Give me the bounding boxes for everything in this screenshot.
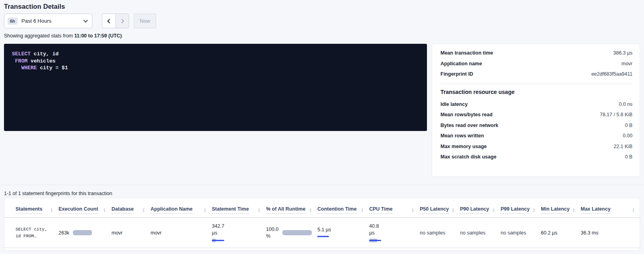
- summary-row-max-memory-usage: Max memory usage 22.1 KiB: [440, 141, 632, 152]
- resource-usage-title: Transaction resource usage: [440, 89, 632, 95]
- sort-icon[interactable]: ▲▼: [309, 208, 312, 213]
- col-header-p90-latency[interactable]: P90 Latency▲▼: [460, 198, 501, 218]
- cell-pct-all-runtime: 100.0 %: [266, 218, 317, 248]
- table-header-row: Statements▲▼ Execution Count▲▼ Database▲…: [4, 198, 640, 218]
- col-header-min-latency[interactable]: Min Latency▲▼: [541, 198, 581, 218]
- summary-label: Bytes read over network: [440, 123, 498, 128]
- statement-fingerprint-link[interactable]: SELECT city, id FROM…: [16, 226, 53, 240]
- cell-min-latency: 60.2 µs: [541, 218, 581, 248]
- summary-label: Mean rows written: [440, 133, 484, 139]
- cell-p99-latency: no samples: [501, 218, 541, 248]
- sort-icon[interactable]: ▲▼: [411, 208, 414, 213]
- col-header-database[interactable]: Database▲▼: [112, 198, 151, 218]
- sort-icon[interactable]: ▲▼: [492, 208, 495, 213]
- prev-time-button[interactable]: [102, 14, 115, 28]
- time-range-dropdown[interactable]: 6h Past 6 Hours: [4, 14, 92, 28]
- cell-database: movr: [112, 218, 151, 248]
- sort-icon[interactable]: ▲▼: [532, 208, 535, 213]
- cell-contention-time: 5.1 µs: [317, 218, 369, 248]
- execution-count-bar: [73, 230, 92, 235]
- sort-icon[interactable]: ▲▼: [103, 208, 106, 213]
- sql-code: SELECT city, id FROM vehicles WHERE city…: [12, 51, 419, 72]
- cell-max-latency: 36.3 ms: [581, 218, 640, 248]
- summary-divider: [440, 84, 632, 84]
- summary-row-mean-rows-written: Mean rows written 0.00: [440, 131, 632, 141]
- next-time-button[interactable]: [115, 14, 129, 28]
- summary-label: Fingerprint ID: [440, 71, 473, 77]
- summary-label: Application name: [440, 61, 482, 66]
- stats-note-range: 11:00 to 17:59 (UTC): [74, 33, 122, 39]
- stats-note-prefix: Showing aggregated stats from: [4, 33, 73, 39]
- summary-value: 0 B: [625, 123, 632, 128]
- summary-value: 22.1 KiB: [614, 144, 632, 149]
- col-header-p99-latency[interactable]: P99 Latency▲▼: [501, 198, 541, 218]
- sort-icon[interactable]: ▲▼: [572, 208, 575, 213]
- chevron-right-icon: [119, 19, 124, 23]
- summary-value: 0 B: [625, 154, 632, 160]
- chevron-down-icon: [83, 18, 88, 22]
- statements-table: Statements▲▼ Execution Count▲▼ Database▲…: [4, 198, 640, 248]
- cell-statement: SELECT city, id FROM…: [4, 218, 59, 248]
- statement-time-bar: [212, 238, 225, 242]
- summary-value: movr: [621, 61, 632, 66]
- summary-value: 386.3 µs: [613, 50, 632, 56]
- col-header-p50-latency[interactable]: P50 Latency▲▼: [420, 198, 460, 218]
- sort-icon[interactable]: ▲▼: [142, 208, 145, 213]
- sql-keyword: WHERE: [21, 65, 37, 71]
- time-range-label: Past 6 Hours: [22, 18, 84, 24]
- sql-keyword: FROM: [15, 58, 27, 64]
- summary-label: Max memory usage: [440, 144, 487, 149]
- sort-icon[interactable]: ▲▼: [50, 208, 53, 213]
- summary-row-fingerprint-id: Fingerprint ID ee2df683f5aa9411: [440, 69, 632, 80]
- summary-label: Mean rows/bytes read: [440, 112, 493, 117]
- main-content-row: SELECT city, id FROM vehicles WHERE city…: [4, 44, 640, 177]
- col-header-pct-all-runtime[interactable]: % of All Runtime▲▼: [266, 198, 317, 218]
- sort-icon[interactable]: ▲▼: [258, 208, 260, 213]
- sql-keyword: SELECT: [12, 51, 31, 57]
- summary-value: 0.00: [623, 133, 632, 139]
- summary-row-mean-rows-bytes-read: Mean rows/bytes read 78.17 / 5.8 KiB: [440, 109, 632, 120]
- cell-execution-count: 263k: [59, 218, 112, 248]
- col-header-contention-time[interactable]: Contention Time▲▼: [317, 198, 369, 218]
- table-row: SELECT city, id FROM… 263k movr movr 342…: [4, 218, 640, 248]
- contention-time-bar: [317, 234, 329, 238]
- col-header-max-latency[interactable]: Max Latency▲▼: [581, 198, 640, 218]
- cpu-time-bar: [369, 238, 382, 242]
- sort-icon[interactable]: ▲▼: [361, 208, 364, 213]
- col-header-application-name[interactable]: Application Name▲▼: [151, 198, 212, 218]
- summary-value: ee2df683f5aa9411: [591, 71, 632, 77]
- sort-icon[interactable]: ▲▼: [632, 208, 635, 213]
- summary-row-idle-latency: Idle latency 0.0 ns: [440, 99, 632, 110]
- sort-icon[interactable]: ▲▼: [452, 208, 454, 213]
- col-header-statement-time[interactable]: Statement Time▲▼: [212, 198, 266, 218]
- section-divider: [0, 185, 644, 185]
- summary-row-bytes-read-over-network: Bytes read over network 0 B: [440, 120, 632, 131]
- col-header-execution-count[interactable]: Execution Count▲▼: [59, 198, 112, 218]
- summary-row-application-name: Application name movr: [440, 59, 632, 69]
- summary-row-mean-transaction-time: Mean transaction time 386.3 µs: [440, 48, 632, 59]
- time-controls: 6h Past 6 Hours Now: [4, 14, 640, 28]
- cell-application-name: movr: [151, 218, 212, 248]
- summary-value: 78.17 / 5.8 KiB: [600, 112, 632, 117]
- now-button[interactable]: Now: [134, 14, 156, 28]
- transaction-details-page: Transaction Details 6h Past 6 Hours Now …: [0, 0, 644, 254]
- cell-statement-time: 342.7 µs: [212, 218, 266, 248]
- time-range-badge: 6h: [8, 18, 18, 25]
- statements-table-card: Statements▲▼ Execution Count▲▼ Database▲…: [4, 198, 640, 251]
- cell-p50-latency: no samples: [420, 218, 460, 248]
- summary-row-max-scratch-disk-usage: Max scratch disk usage 0 B: [440, 152, 632, 162]
- transaction-summary-card: Mean transaction time 386.3 µs Applicati…: [432, 44, 640, 177]
- cell-p90-latency: no samples: [460, 218, 501, 248]
- pct-runtime-bar: [282, 230, 312, 235]
- summary-value: 0.0 ns: [619, 102, 632, 107]
- aggregated-stats-note: Showing aggregated stats from 11:00 to 1…: [4, 33, 640, 39]
- col-header-statements[interactable]: Statements▲▼: [4, 198, 59, 218]
- col-header-cpu-time[interactable]: CPU Time▲▼: [369, 198, 420, 218]
- chevron-left-icon: [107, 19, 112, 23]
- summary-label: Idle latency: [440, 102, 468, 107]
- time-step-buttons: [102, 14, 129, 28]
- fingerprints-count-note: 1-1 of 1 statement fingerprints for this…: [4, 191, 640, 196]
- sql-statement-box: SELECT city, id FROM vehicles WHERE city…: [4, 44, 427, 131]
- sort-icon[interactable]: ▲▼: [204, 208, 206, 213]
- summary-label: Max scratch disk usage: [440, 154, 496, 160]
